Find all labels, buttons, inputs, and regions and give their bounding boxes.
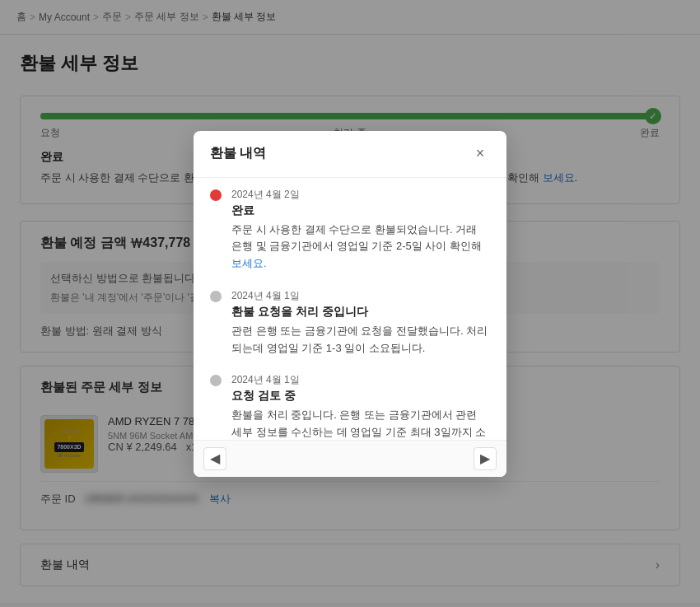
timeline-dot-1 [210,189,222,201]
timeline-content-2: 2024년 4월 1일 환불 요청을 처리 중입니다 관련 은행 또는 금융기관… [231,289,490,357]
timeline-content-1: 2024년 4월 2일 완료 주문 시 사용한 결제 수단으로 환불되었습니다.… [231,188,490,273]
timeline-desc-2: 관련 은행 또는 금융기관에 요청을 전달했습니다. 처리되는데 영업일 기준 … [231,323,490,357]
modal-body[interactable]: 2024년 4월 2일 완료 주문 시 사용한 결제 수단으로 환불되었습니다.… [194,178,506,440]
timeline-content-3: 2024년 4월 1일 요청 검토 중 환불을 처리 중입니다. 은행 또는 금… [231,373,490,439]
timeline-desc-1: 주문 시 사용한 결제 수단으로 환불되었습니다. 거래 은행 및 금융기관에서… [231,222,490,273]
modal-next-button[interactable]: ▶ [474,447,497,470]
refund-history-modal: 환불 내역 × 2024년 4월 2일 완료 주문 시 사용한 결제 수단으로 … [194,131,506,477]
timeline-item-1: 2024년 4월 2일 완료 주문 시 사용한 결제 수단으로 환불되었습니다.… [210,188,490,273]
modal-header: 환불 내역 × [194,131,506,178]
timeline-status-1: 완료 [231,203,490,218]
timeline-item-2: 2024년 4월 1일 환불 요청을 처리 중입니다 관련 은행 또는 금융기관… [210,289,490,357]
timeline-date-2: 2024년 4월 1일 [231,289,490,303]
timeline-desc-3: 환불을 처리 중입니다. 은행 또는 금융기관에서 관련 세부 정보를 수신하는… [231,407,490,439]
modal-close-button[interactable]: × [470,144,490,164]
modal-footer: ◀ ▶ [194,440,506,477]
timeline-link-1[interactable]: 보세요. [231,257,267,269]
timeline-dot-3 [210,375,222,386]
modal-overlay[interactable]: 환불 내역 × 2024년 4월 2일 완료 주문 시 사용한 결제 수단으로 … [0,0,700,607]
timeline-date-3: 2024년 4월 1일 [231,373,490,387]
timeline-status-2: 환불 요청을 처리 중입니다 [231,305,490,320]
timeline-status-3: 요청 검토 중 [231,389,490,404]
timeline-dot-2 [210,291,222,302]
modal-prev-button[interactable]: ◀ [203,447,226,470]
timeline-date-1: 2024년 4월 2일 [231,188,490,202]
timeline-item-3: 2024년 4월 1일 요청 검토 중 환불을 처리 중입니다. 은행 또는 금… [210,373,490,439]
modal-title: 환불 내역 [210,145,266,162]
